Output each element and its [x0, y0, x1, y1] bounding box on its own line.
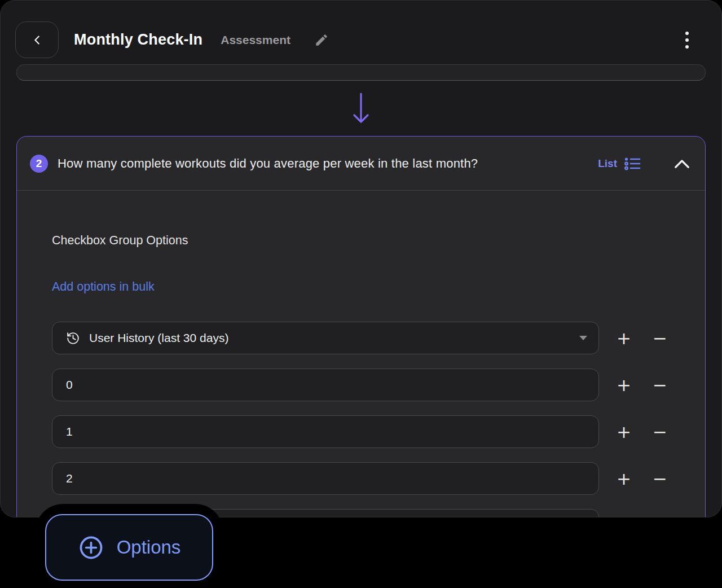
option-row: 0 + − [52, 368, 705, 401]
back-button[interactable] [15, 21, 59, 58]
option-row: 2 + − [52, 462, 705, 495]
overflow-menu-button[interactable] [682, 28, 692, 52]
flow-connector [1, 81, 721, 136]
page-title: Monthly Check-In [74, 31, 202, 49]
chevron-up-icon [673, 157, 690, 170]
remove-option-button[interactable]: − [648, 419, 672, 444]
chevron-left-icon [31, 33, 43, 47]
pencil-icon [314, 33, 329, 47]
option-value: 2 [66, 472, 73, 485]
option-value: 1 [66, 425, 73, 438]
question-text: How many complete workouts did you avera… [58, 156, 478, 171]
history-icon [66, 331, 80, 345]
options-button-label: Options [117, 537, 181, 558]
options-fab-halo: Options [35, 504, 223, 588]
caret-down-icon [578, 335, 588, 341]
remove-option-button[interactable]: − [648, 466, 672, 491]
kebab-icon [685, 32, 689, 35]
remove-option-button[interactable]: − [648, 372, 672, 397]
section-title: Checkbox Group Options [52, 234, 705, 248]
collapse-card-button[interactable] [673, 157, 690, 170]
question-card-body: Checkbox Group Options Add options in bu… [17, 191, 705, 517]
previous-question-card-collapsed[interactable] [16, 64, 706, 81]
option-value-input[interactable]: 0 [52, 368, 599, 401]
option-source-select[interactable]: User History (last 30 days) [52, 322, 599, 354]
option-row: User History (last 30 days) + − [52, 322, 705, 354]
question-card-header: 2 How many complete workouts did you ave… [17, 137, 705, 191]
remove-option-button[interactable]: − [648, 326, 672, 350]
arrow-down-icon [350, 92, 372, 125]
question-format-label: List [598, 157, 617, 170]
page-type-label: Assessment [221, 33, 290, 47]
add-option-button[interactable]: + [611, 419, 636, 444]
add-option-button[interactable]: + [611, 372, 636, 397]
question-number-badge: 2 [30, 155, 48, 173]
options-button[interactable]: Options [45, 514, 213, 581]
option-value-input[interactable]: 2 [52, 462, 599, 495]
question-format-button[interactable]: List [598, 156, 641, 171]
option-value-input[interactable]: 1 [52, 415, 599, 448]
option-value: 0 [66, 378, 73, 392]
top-bar: Monthly Check-In Assessment [1, 1, 721, 64]
option-row: 1 + − [52, 415, 705, 448]
add-option-button[interactable]: + [611, 466, 636, 491]
bulk-add-options-link[interactable]: Add options in bulk [52, 280, 155, 294]
option-source-value: User History (last 30 days) [89, 331, 228, 345]
add-option-button[interactable]: + [611, 513, 636, 517]
add-option-button[interactable]: + [611, 326, 636, 350]
bulleted-list-icon [624, 156, 641, 171]
question-card: 2 How many complete workouts did you ave… [16, 136, 706, 517]
remove-option-button[interactable]: − [648, 513, 672, 517]
plus-circle-icon [78, 534, 104, 561]
edit-title-button[interactable] [314, 33, 329, 47]
app-window: Monthly Check-In Assessment 2 How many c… [0, 0, 722, 517]
